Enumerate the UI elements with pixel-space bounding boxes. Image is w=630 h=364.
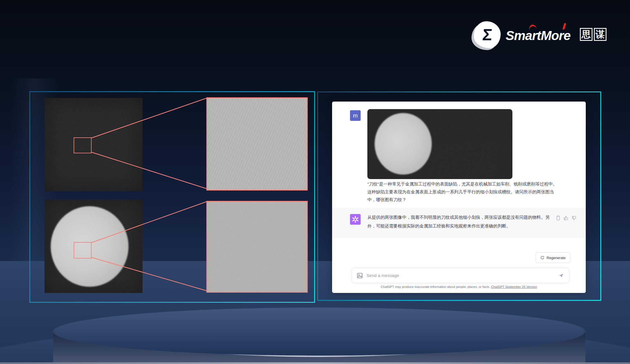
- footer-disclaimer: ChatGPT may produce inaccurate informati…: [381, 285, 490, 288]
- brand-wordmark: SmartMore: [506, 28, 570, 43]
- brand-cn: 思谋: [578, 28, 606, 41]
- assistant-message-text: 从提供的两张图像中，我看不到明显的刀纹或其他细小划痕，两张应该都是没有问题的物料…: [367, 213, 552, 230]
- chatgpt-window: m "刀纹"是一种常见于金属加工过程中的表面缺陷，尤其是在机械加工如车削、铣削或…: [332, 102, 586, 293]
- roi-box-1: [74, 137, 92, 153]
- user-avatar: m: [350, 110, 361, 121]
- user-message-text: "刀纹"是一种常见于金属加工过程中的表面缺陷，尤其是在机械加工如车削、铣削或磨削…: [367, 180, 557, 204]
- brand-cn-char-2: 谋: [594, 28, 606, 41]
- attach-image-icon[interactable]: [357, 273, 363, 278]
- regenerate-button[interactable]: Regenerate: [536, 252, 570, 263]
- copy-icon[interactable]: [556, 215, 561, 221]
- message-input-bar: [352, 268, 569, 283]
- thumbs-up-icon[interactable]: [564, 215, 569, 220]
- tool-mark-streaks: [207, 98, 307, 190]
- attached-images-row: [367, 109, 512, 179]
- chatgpt-footer: ChatGPT may produce inaccurate informati…: [332, 285, 586, 288]
- metal-disc-photo-1: [45, 98, 143, 191]
- send-icon[interactable]: [558, 273, 564, 278]
- openai-flower-icon: [352, 216, 359, 223]
- sigma-glyph: Σ: [482, 27, 493, 43]
- assistant-avatar: [350, 214, 361, 225]
- sigma-logo-icon: Σ: [474, 21, 501, 48]
- message-input[interactable]: [366, 273, 555, 278]
- metal-disc-photo-2: [45, 199, 143, 293]
- attached-image-1: [367, 109, 440, 179]
- user-avatar-letter: m: [353, 112, 358, 119]
- smartmore-logo: Σ SmartMore 思谋: [470, 20, 605, 51]
- regenerate-icon: [540, 256, 544, 260]
- slide-stage: m "刀纹"是一种常见于金属加工过程中的表面缺陷，尤其是在机械加工如车削、铣削或…: [0, 0, 630, 364]
- thumbs-down-icon[interactable]: [572, 216, 577, 221]
- zoom-crop-texture-2: [206, 201, 308, 293]
- footer-version-link[interactable]: ChatGPT September 25 Version: [491, 285, 537, 288]
- attached-image-2: [440, 109, 513, 179]
- zoom-crop-texture-1: [206, 97, 308, 191]
- brand-cn-char-1: 思: [580, 28, 592, 41]
- regenerate-label: Regenerate: [547, 256, 566, 260]
- roi-box-2: [74, 242, 92, 259]
